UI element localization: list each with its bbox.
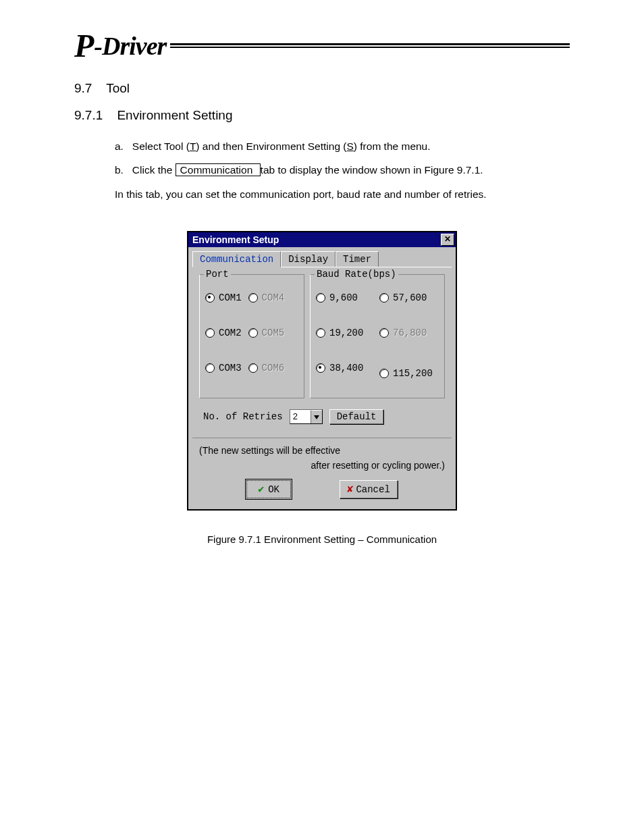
logo-p: P: [74, 27, 92, 64]
section-title: Tool: [106, 81, 130, 95]
figure-caption: Figure 9.7.1 Environment Setting – Commu…: [187, 533, 457, 545]
retries-select[interactable]: 2: [290, 409, 323, 424]
radio-icon: [248, 293, 258, 303]
radio-com2[interactable]: COM2: [205, 328, 242, 338]
cancel-button[interactable]: ✘ Cancel: [340, 480, 397, 498]
radio-icon: [316, 293, 325, 303]
port-legend: Port: [204, 269, 231, 280]
logo-text: -Driver: [94, 31, 166, 61]
document-header: P -Driver: [74, 27, 570, 64]
section-heading: 9.7 Tool: [74, 81, 570, 96]
effective-note: (The new settings will be effective afte…: [192, 438, 452, 473]
radio-icon: [205, 363, 215, 373]
chevron-down-icon: [311, 410, 322, 423]
tab-communication[interactable]: Communication: [192, 251, 281, 267]
baud-group: Baud Rate(bps) 9,600 57,600 19,200: [310, 274, 445, 398]
step-b: b. Click the Communication tab to displa…: [115, 160, 570, 180]
radio-baud-115200[interactable]: 115,200: [379, 363, 439, 384]
radio-icon: [248, 363, 258, 373]
radio-com1[interactable]: COM1: [205, 292, 242, 303]
tab-panel-communication: Port COM1 COM2: [192, 267, 452, 431]
radio-icon: [248, 328, 258, 338]
x-icon: ✘: [347, 483, 353, 496]
retries-value: 2: [290, 410, 311, 423]
retries-label: No. of Retries: [203, 411, 283, 422]
radio-com4[interactable]: COM4: [248, 292, 285, 303]
titlebar: Environment Setup ✕: [188, 232, 456, 247]
radio-com3[interactable]: COM3: [205, 363, 242, 373]
environment-setup-dialog: Environment Setup ✕ Communication Displa…: [187, 231, 457, 511]
step-a: a. Select Tool (T) and then Environment …: [115, 136, 570, 156]
subsection-heading: 9.7.1 Environment Setting: [74, 108, 570, 123]
radio-com6[interactable]: COM6: [248, 363, 285, 373]
default-button[interactable]: Default: [329, 409, 384, 424]
radio-baud-38400[interactable]: 38,400: [316, 363, 375, 373]
check-icon: ✔: [258, 483, 264, 496]
tab-strip: Communication Display Timer: [188, 247, 456, 267]
section-number: 9.7: [74, 81, 92, 95]
ok-button[interactable]: ✔ OK: [246, 480, 291, 498]
baud-legend: Baud Rate(bps): [315, 269, 398, 280]
retries-row: No. of Retries 2 Default: [192, 398, 452, 427]
radio-baud-57600[interactable]: 57,600: [379, 292, 439, 303]
radio-baud-19200[interactable]: 19,200: [316, 328, 375, 338]
radio-icon: [316, 363, 325, 373]
communication-tab-label: Communication: [176, 163, 261, 176]
radio-baud-76800[interactable]: 76,800: [379, 328, 439, 338]
close-icon: ✕: [444, 234, 451, 244]
radio-com5[interactable]: COM5: [248, 328, 285, 338]
radio-icon: [205, 293, 215, 303]
dialog-buttons: ✔ OK ✘ Cancel: [188, 473, 456, 509]
tab-timer[interactable]: Timer: [336, 251, 379, 267]
radio-icon: [205, 328, 215, 338]
radio-icon: [379, 369, 389, 378]
radio-icon: [379, 293, 389, 303]
tab-display[interactable]: Display: [281, 251, 336, 267]
svg-marker-0: [314, 415, 319, 419]
radio-icon: [379, 328, 389, 338]
dialog-title: Environment Setup: [192, 234, 279, 245]
radio-icon: [316, 328, 325, 338]
step-b-note: In this tab, you can set the communicati…: [115, 184, 570, 204]
subsection-number: 9.7.1: [74, 108, 103, 122]
close-button[interactable]: ✕: [441, 234, 454, 246]
header-rule: [170, 43, 570, 48]
port-group: Port COM1 COM2: [199, 274, 304, 398]
subsection-title: Environment Setting: [117, 108, 232, 122]
body-text: a. Select Tool (T) and then Environment …: [115, 136, 570, 204]
radio-baud-9600[interactable]: 9,600: [316, 292, 375, 303]
